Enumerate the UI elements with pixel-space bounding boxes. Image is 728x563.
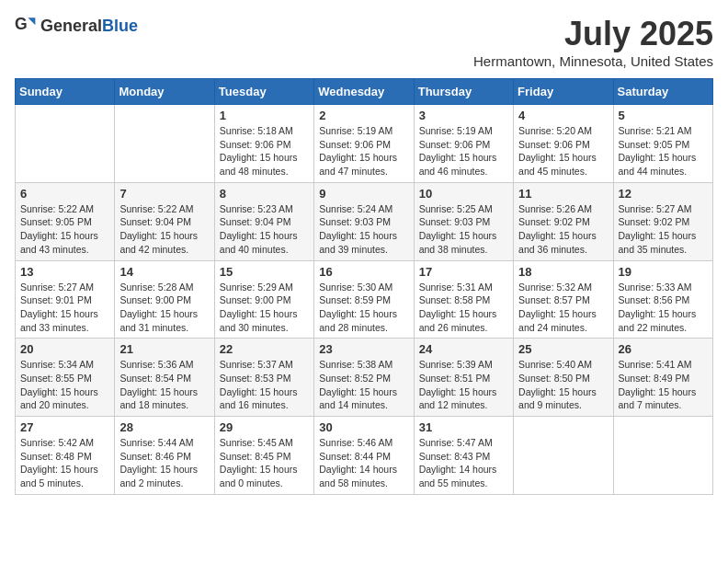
cell-sunset: Sunset: 9:05 PM: [619, 139, 690, 150]
cell-sunset: Sunset: 9:04 PM: [220, 216, 291, 227]
svg-text:G: G: [15, 15, 28, 33]
cell-sunrise: Sunrise: 5:23 AM: [220, 203, 293, 214]
calendar-cell: 28 Sunrise: 5:44 AM Sunset: 8:46 PM Dayl…: [115, 417, 214, 495]
calendar-cell: 10 Sunrise: 5:25 AM Sunset: 9:03 PM Dayl…: [414, 182, 513, 260]
page-header: G General Blue July 2025 Hermantown, Min…: [15, 15, 713, 69]
calendar-table: SundayMondayTuesdayWednesdayThursdayFrid…: [15, 78, 713, 495]
cell-daylight: Daylight: 14 hours and 55 minutes.: [419, 464, 497, 488]
day-number: 17: [419, 265, 508, 279]
cell-sunset: Sunset: 8:52 PM: [319, 373, 391, 384]
cell-daylight: Daylight: 15 hours and 22 minutes.: [619, 308, 697, 333]
cell-sunset: Sunset: 8:58 PM: [419, 294, 491, 305]
weekday-header-row: SundayMondayTuesdayWednesdayThursdayFrid…: [16, 79, 713, 105]
cell-sunset: Sunset: 9:03 PM: [419, 216, 491, 227]
cell-sunset: Sunset: 9:06 PM: [220, 139, 291, 150]
cell-daylight: Daylight: 15 hours and 14 minutes.: [319, 386, 397, 411]
cell-sunset: Sunset: 8:46 PM: [119, 451, 191, 462]
day-number: 23: [319, 342, 408, 356]
calendar-cell: 21 Sunrise: 5:36 AM Sunset: 8:54 PM Dayl…: [115, 339, 214, 417]
day-number: 27: [20, 420, 109, 434]
calendar-cell: [514, 417, 613, 495]
cell-sunrise: Sunrise: 5:33 AM: [619, 282, 692, 293]
cell-sunset: Sunset: 9:06 PM: [518, 139, 590, 150]
cell-sunrise: Sunrise: 5:42 AM: [20, 437, 94, 448]
calendar-cell: 23 Sunrise: 5:38 AM Sunset: 8:52 PM Dayl…: [314, 339, 414, 417]
cell-sunrise: Sunrise: 5:36 AM: [119, 359, 193, 370]
weekday-header-monday: Monday: [115, 79, 214, 105]
calendar-cell: 1 Sunrise: 5:18 AM Sunset: 9:06 PM Dayli…: [214, 105, 313, 183]
cell-sunrise: Sunrise: 5:39 AM: [419, 359, 493, 370]
cell-sunset: Sunset: 9:01 PM: [20, 294, 92, 305]
cell-sunset: Sunset: 8:51 PM: [419, 373, 491, 384]
cell-sunset: Sunset: 9:00 PM: [220, 294, 291, 305]
cell-sunrise: Sunrise: 5:34 AM: [20, 359, 94, 370]
cell-sunrise: Sunrise: 5:31 AM: [419, 282, 493, 293]
day-number: 9: [319, 187, 408, 201]
calendar-cell: 27 Sunrise: 5:42 AM Sunset: 8:48 PM Dayl…: [16, 417, 115, 495]
day-number: 2: [319, 109, 408, 122]
cell-daylight: Daylight: 15 hours and 20 minutes.: [20, 386, 98, 411]
cell-daylight: Daylight: 15 hours and 44 minutes.: [619, 152, 697, 177]
cell-daylight: Daylight: 15 hours and 0 minutes.: [220, 464, 298, 488]
weekday-header-tuesday: Tuesday: [214, 79, 313, 105]
cell-daylight: Daylight: 15 hours and 18 minutes.: [119, 386, 198, 411]
cell-daylight: Daylight: 15 hours and 5 minutes.: [20, 464, 98, 488]
cell-sunset: Sunset: 8:54 PM: [119, 373, 191, 384]
calendar-cell: 19 Sunrise: 5:33 AM Sunset: 8:56 PM Dayl…: [613, 260, 712, 339]
day-number: 31: [419, 420, 508, 434]
title-block: July 2025 Hermantown, Minnesota, United …: [473, 15, 713, 69]
cell-daylight: Daylight: 15 hours and 31 minutes.: [119, 308, 198, 333]
calendar-cell: 16 Sunrise: 5:30 AM Sunset: 8:59 PM Dayl…: [314, 260, 414, 339]
day-number: 18: [518, 265, 608, 279]
day-number: 14: [119, 265, 209, 279]
calendar-cell: [613, 417, 712, 495]
cell-sunset: Sunset: 8:44 PM: [319, 451, 391, 462]
calendar-cell: 26 Sunrise: 5:41 AM Sunset: 8:49 PM Dayl…: [613, 339, 712, 417]
cell-sunrise: Sunrise: 5:19 AM: [319, 125, 392, 136]
cell-daylight: Daylight: 15 hours and 28 minutes.: [319, 308, 397, 333]
svg-marker-1: [28, 17, 35, 25]
cell-sunrise: Sunrise: 5:20 AM: [518, 125, 592, 136]
cell-sunset: Sunset: 9:02 PM: [518, 216, 590, 227]
calendar-cell: 3 Sunrise: 5:19 AM Sunset: 9:06 PM Dayli…: [414, 105, 513, 183]
day-number: 13: [20, 265, 109, 279]
calendar-cell: 22 Sunrise: 5:37 AM Sunset: 8:53 PM Dayl…: [214, 339, 313, 417]
calendar-cell: 6 Sunrise: 5:22 AM Sunset: 9:05 PM Dayli…: [16, 182, 115, 260]
day-number: 24: [419, 342, 508, 356]
day-number: 20: [20, 342, 109, 356]
cell-daylight: Daylight: 15 hours and 7 minutes.: [619, 386, 697, 411]
day-number: 10: [419, 187, 508, 201]
cell-sunset: Sunset: 8:57 PM: [518, 294, 590, 305]
calendar-week-row: 1 Sunrise: 5:18 AM Sunset: 9:06 PM Dayli…: [16, 105, 713, 183]
cell-sunrise: Sunrise: 5:45 AM: [220, 437, 293, 448]
cell-sunset: Sunset: 8:50 PM: [518, 373, 590, 384]
cell-sunrise: Sunrise: 5:26 AM: [518, 203, 592, 214]
cell-sunrise: Sunrise: 5:25 AM: [419, 203, 493, 214]
day-number: 25: [518, 342, 608, 356]
logo-blue-text: Blue: [102, 17, 138, 36]
cell-sunrise: Sunrise: 5:47 AM: [419, 437, 493, 448]
month-title: July 2025: [473, 15, 713, 53]
cell-sunrise: Sunrise: 5:18 AM: [220, 125, 293, 136]
cell-sunrise: Sunrise: 5:28 AM: [119, 282, 193, 293]
calendar-week-row: 13 Sunrise: 5:27 AM Sunset: 9:01 PM Dayl…: [16, 260, 713, 339]
cell-daylight: Daylight: 15 hours and 9 minutes.: [518, 386, 597, 411]
cell-sunset: Sunset: 8:55 PM: [20, 373, 92, 384]
calendar-cell: 29 Sunrise: 5:45 AM Sunset: 8:45 PM Dayl…: [214, 417, 313, 495]
calendar-cell: 13 Sunrise: 5:27 AM Sunset: 9:01 PM Dayl…: [16, 260, 115, 339]
calendar-cell: 17 Sunrise: 5:31 AM Sunset: 8:58 PM Dayl…: [414, 260, 513, 339]
calendar-week-row: 27 Sunrise: 5:42 AM Sunset: 8:48 PM Dayl…: [16, 417, 713, 495]
day-number: 12: [619, 187, 708, 201]
calendar-cell: 11 Sunrise: 5:26 AM Sunset: 9:02 PM Dayl…: [514, 182, 613, 260]
cell-sunrise: Sunrise: 5:22 AM: [20, 203, 94, 214]
cell-sunrise: Sunrise: 5:32 AM: [518, 282, 592, 293]
cell-sunset: Sunset: 8:49 PM: [619, 373, 690, 384]
cell-sunset: Sunset: 8:59 PM: [319, 294, 391, 305]
calendar-cell: 7 Sunrise: 5:22 AM Sunset: 9:04 PM Dayli…: [115, 182, 214, 260]
day-number: 21: [119, 342, 209, 356]
cell-daylight: Daylight: 15 hours and 45 minutes.: [518, 152, 597, 177]
cell-sunrise: Sunrise: 5:44 AM: [119, 437, 193, 448]
weekday-header-friday: Friday: [514, 79, 613, 105]
calendar-cell: 20 Sunrise: 5:34 AM Sunset: 8:55 PM Dayl…: [16, 339, 115, 417]
cell-sunset: Sunset: 8:56 PM: [619, 294, 690, 305]
